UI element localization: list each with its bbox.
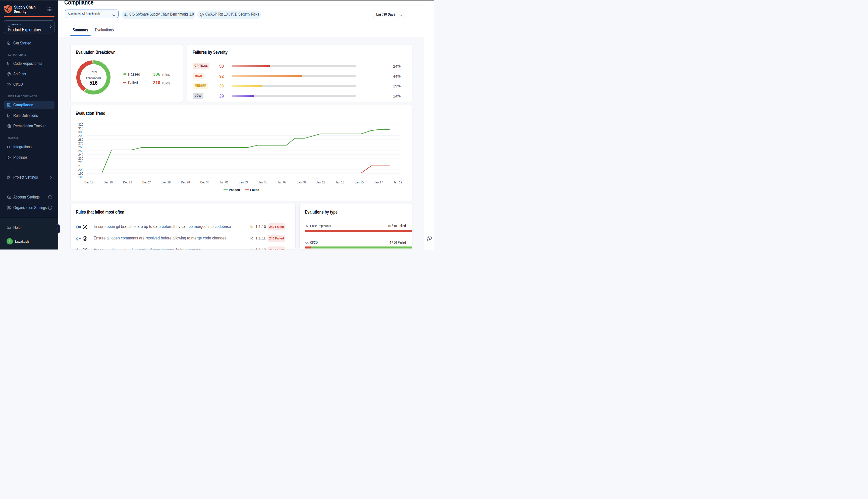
svg-text:CIS: CIS (125, 14, 127, 16)
svg-text:250: 250 (78, 149, 83, 153)
svg-text:Jan 07: Jan 07 (277, 180, 287, 184)
svg-text:Jan 15: Jan 15 (355, 180, 364, 184)
svg-text:Jan 13: Jan 13 (336, 180, 345, 184)
svg-text:Jan 17: Jan 17 (374, 180, 383, 184)
svg-text:310: 310 (78, 126, 83, 130)
svg-text:230: 230 (78, 157, 83, 160)
svg-text:Dec 28: Dec 28 (181, 180, 190, 184)
svg-text:270: 270 (78, 142, 83, 145)
svg-text:CIS: CIS (78, 238, 81, 240)
svg-text:300: 300 (78, 130, 83, 134)
svg-text:260: 260 (78, 145, 83, 149)
svg-text:Jan 01: Jan 01 (220, 180, 228, 184)
svg-text:Dec 22: Dec 22 (123, 180, 132, 184)
svg-text:Jan 09: Jan 09 (297, 180, 306, 184)
svg-text:Jan 11: Jan 11 (316, 180, 325, 184)
svg-text:Jan 19: Jan 19 (393, 180, 402, 184)
svg-text:290: 290 (78, 134, 83, 138)
svg-text:200: 200 (78, 168, 83, 172)
svg-text:320: 320 (78, 123, 83, 126)
svg-text:Dec 30: Dec 30 (200, 180, 209, 184)
svg-text:CIS: CIS (78, 249, 81, 250)
svg-text:240: 240 (78, 153, 83, 157)
svg-text:Dec 26: Dec 26 (162, 180, 171, 184)
svg-text:180: 180 (78, 175, 83, 179)
svg-text:Jan 03: Jan 03 (239, 180, 248, 184)
svg-text:280: 280 (78, 138, 83, 142)
svg-text:CIS: CIS (78, 226, 81, 228)
svg-text:Dec 18: Dec 18 (84, 180, 94, 184)
svg-text:220: 220 (78, 160, 83, 164)
svg-text:Dec 20: Dec 20 (104, 180, 113, 184)
svg-text:Jan 05: Jan 05 (258, 180, 267, 184)
svg-text:Dec 24: Dec 24 (142, 180, 151, 184)
svg-text:190: 190 (78, 172, 83, 175)
svg-text:210: 210 (78, 164, 83, 168)
